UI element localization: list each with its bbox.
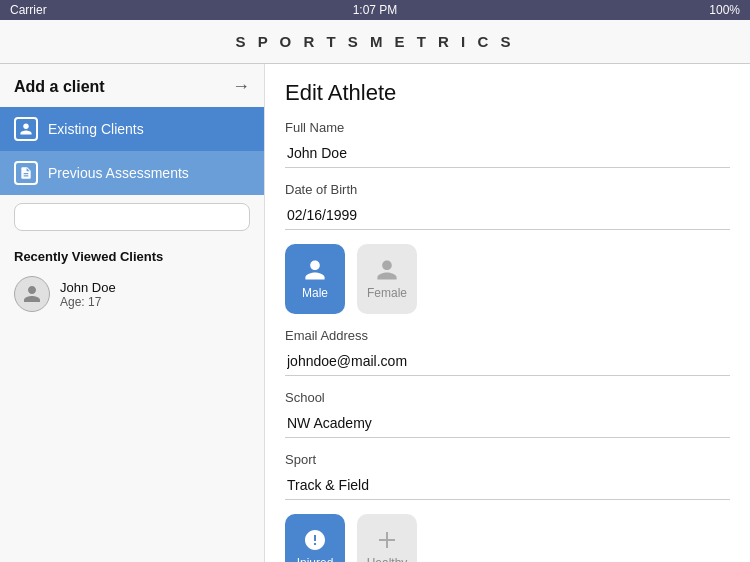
nav-bar: S P O R T S M E T R I C S [0,20,750,64]
previous-assessments-label: Previous Assessments [48,165,189,181]
add-client-header: Add a client → [0,64,264,107]
time-label: 1:07 PM [353,3,398,17]
sidebar-item-previous[interactable]: Previous Assessments [0,151,264,195]
gender-selector: Male Female [285,244,730,314]
female-button[interactable]: Female [357,244,417,314]
full-name-input[interactable] [285,139,730,168]
client-age: Age: 17 [60,295,116,309]
sport-input[interactable] [285,471,730,500]
app-title: S P O R T S M E T R I C S [236,33,515,50]
school-field-group: School [285,390,730,438]
client-name: John Doe [60,280,116,295]
healthy-button[interactable]: Healthy [357,514,417,562]
school-input[interactable] [285,409,730,438]
injured-label: Injured [297,556,334,562]
list-item[interactable]: John Doe Age: 17 [0,268,264,320]
doc-icon [14,161,38,185]
carrier-label: Carrier [10,3,47,17]
email-input[interactable] [285,347,730,376]
sport-field-group: Sport [285,452,730,500]
page-title: Edit Athlete [285,80,730,106]
main-layout: Add a client → Existing Clients Previous… [0,64,750,562]
forward-arrow-icon[interactable]: → [232,76,250,97]
dob-input[interactable] [285,201,730,230]
person-icon [14,117,38,141]
injured-button[interactable]: Injured [285,514,345,562]
full-name-field-group: Full Name [285,120,730,168]
male-button[interactable]: Male [285,244,345,314]
recently-viewed-title: Recently Viewed Clients [0,239,264,268]
status-bar: Carrier 1:07 PM 100% [0,0,750,20]
search-bar[interactable] [14,203,250,231]
email-label: Email Address [285,328,730,343]
client-info: John Doe Age: 17 [60,280,116,309]
injury-status-selector: Injured Healthy [285,514,730,562]
add-client-title: Add a client [14,78,105,96]
sport-label: Sport [285,452,730,467]
email-field-group: Email Address [285,328,730,376]
school-label: School [285,390,730,405]
right-panel: Edit Athlete Full Name Date of Birth Mal… [265,64,750,562]
existing-clients-label: Existing Clients [48,121,144,137]
dob-field-group: Date of Birth [285,182,730,230]
battery-label: 100% [709,3,740,17]
male-label: Male [302,286,328,300]
healthy-label: Healthy [367,556,408,562]
left-panel: Add a client → Existing Clients Previous… [0,64,265,562]
dob-label: Date of Birth [285,182,730,197]
full-name-label: Full Name [285,120,730,135]
sidebar-item-existing[interactable]: Existing Clients [0,107,264,151]
avatar [14,276,50,312]
female-label: Female [367,286,407,300]
